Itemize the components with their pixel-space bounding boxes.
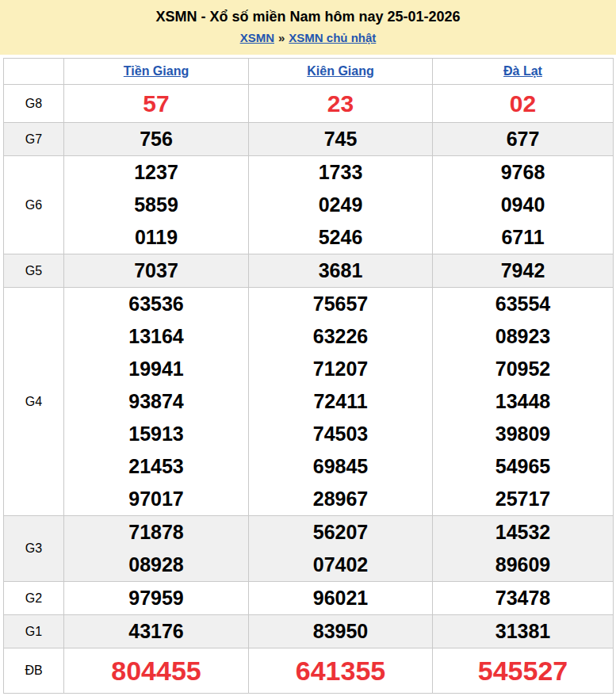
result-number: 69845 bbox=[249, 450, 432, 483]
result-cell: 7942 bbox=[433, 254, 614, 288]
result-number: 71207 bbox=[249, 353, 432, 385]
result-cell: 63536 13164 19941 93874 15913 21453 9701… bbox=[64, 288, 249, 516]
result-number: 15913 bbox=[64, 418, 248, 450]
breadcrumb-separator: » bbox=[278, 31, 285, 44]
result-number: 13448 bbox=[433, 385, 613, 418]
result-cell: 14532 89609 bbox=[433, 516, 614, 582]
province-link-tien-giang[interactable]: Tiền Giang bbox=[124, 64, 189, 78]
result-cell: 56207 07402 bbox=[249, 516, 433, 582]
table-row-g1: G1 43176 83950 31381 bbox=[4, 615, 614, 648]
result-number: 57 bbox=[64, 85, 248, 122]
result-number: 6711 bbox=[433, 221, 613, 254]
result-number: 7037 bbox=[64, 254, 248, 287]
result-number: 72411 bbox=[249, 385, 432, 418]
result-number: 08923 bbox=[433, 320, 613, 353]
result-number: 745 bbox=[249, 123, 432, 155]
province-link-kien-giang[interactable]: Kiên Giang bbox=[307, 64, 373, 78]
result-number: 13164 bbox=[64, 320, 248, 353]
result-number: 25717 bbox=[433, 483, 613, 515]
result-number: 0940 bbox=[433, 189, 613, 221]
result-number: 756 bbox=[64, 123, 248, 155]
table-row-g3: G3 71878 08928 56207 07402 14532 89609 bbox=[4, 516, 614, 582]
result-cell: 97959 bbox=[64, 582, 249, 615]
result-number: 07402 bbox=[249, 549, 432, 581]
result-number: 0249 bbox=[249, 189, 432, 221]
result-cell: 545527 bbox=[433, 648, 614, 694]
result-cell: 804455 bbox=[64, 648, 249, 694]
result-number: 23 bbox=[249, 85, 432, 122]
column-header-da-lat: Đà Lạt bbox=[433, 59, 614, 85]
result-cell: 73478 bbox=[433, 582, 614, 615]
result-cell: 23 bbox=[249, 85, 433, 123]
table-row-g2: G2 97959 96021 73478 bbox=[4, 582, 614, 615]
column-header-tien-giang: Tiền Giang bbox=[64, 59, 249, 85]
result-cell: 96021 bbox=[249, 582, 433, 615]
result-number: 5246 bbox=[249, 221, 432, 254]
result-number: 19941 bbox=[64, 353, 248, 385]
table-row-db: ĐB 804455 641355 545527 bbox=[4, 648, 614, 694]
result-number: 93874 bbox=[64, 385, 248, 418]
province-link-da-lat[interactable]: Đà Lạt bbox=[503, 64, 542, 78]
table-row-g8: G8 57 23 02 bbox=[4, 85, 614, 123]
result-cell: 1237 5859 0119 bbox=[64, 156, 249, 254]
result-number: 97017 bbox=[64, 483, 248, 515]
result-number: 54965 bbox=[433, 450, 613, 483]
result-cell: 677 bbox=[433, 123, 614, 156]
result-number: 71878 bbox=[64, 516, 248, 549]
results-table: Tiền Giang Kiên Giang Đà Lạt G8 57 23 02… bbox=[3, 58, 614, 694]
result-cell: 83950 bbox=[249, 615, 433, 648]
page-title: XSMN - Xổ số miền Nam hôm nay 25-01-2026 bbox=[0, 9, 616, 25]
result-number: 28967 bbox=[249, 483, 432, 515]
result-number: 7942 bbox=[433, 254, 613, 287]
result-cell: 63554 08923 70952 13448 39809 54965 2571… bbox=[433, 288, 614, 516]
result-number: 1237 bbox=[64, 156, 248, 189]
breadcrumb: XSMN»XSMN chủ nhật bbox=[0, 31, 616, 44]
table-header-row: Tiền Giang Kiên Giang Đà Lạt bbox=[4, 59, 614, 85]
result-cell: 745 bbox=[249, 123, 433, 156]
table-row-g6: G6 1237 5859 0119 1733 0249 5246 9768 09… bbox=[4, 156, 614, 254]
prize-label-g1: G1 bbox=[4, 615, 64, 648]
result-number: 677 bbox=[433, 123, 613, 155]
prize-label-g8: G8 bbox=[4, 85, 64, 123]
result-cell: 7037 bbox=[64, 254, 249, 288]
prize-label-g3: G3 bbox=[4, 516, 64, 582]
result-number: 96021 bbox=[249, 582, 432, 614]
result-number: 97959 bbox=[64, 582, 248, 614]
result-number: 0119 bbox=[64, 221, 248, 254]
result-number: 804455 bbox=[64, 648, 248, 693]
result-number: 83950 bbox=[249, 615, 432, 648]
prize-label-g7: G7 bbox=[4, 123, 64, 156]
result-number: 9768 bbox=[433, 156, 613, 189]
result-cell: 9768 0940 6711 bbox=[433, 156, 614, 254]
result-number: 63226 bbox=[249, 320, 432, 353]
result-number: 545527 bbox=[433, 648, 613, 693]
result-number: 31381 bbox=[433, 615, 613, 648]
result-number: 641355 bbox=[249, 648, 432, 693]
prize-label-g6: G6 bbox=[4, 156, 64, 254]
result-number: 43176 bbox=[64, 615, 248, 648]
result-number: 73478 bbox=[433, 582, 613, 614]
table-row-g5: G5 7037 3681 7942 bbox=[4, 254, 614, 288]
breadcrumb-link-xsmn-chu-nhat[interactable]: XSMN chủ nhật bbox=[289, 31, 376, 44]
prize-label-db: ĐB bbox=[4, 648, 64, 694]
result-number: 1733 bbox=[249, 156, 432, 189]
page-header: XSMN - Xổ số miền Nam hôm nay 25-01-2026… bbox=[0, 0, 616, 55]
result-cell: 31381 bbox=[433, 615, 614, 648]
result-cell: 756 bbox=[64, 123, 249, 156]
prize-label-g5: G5 bbox=[4, 254, 64, 288]
table-row-g7: G7 756 745 677 bbox=[4, 123, 614, 156]
result-cell: 71878 08928 bbox=[64, 516, 249, 582]
result-number: 02 bbox=[433, 85, 613, 122]
result-number: 3681 bbox=[249, 254, 432, 287]
result-number: 63536 bbox=[64, 288, 248, 320]
breadcrumb-link-xsmn[interactable]: XSMN bbox=[240, 31, 274, 44]
result-cell: 3681 bbox=[249, 254, 433, 288]
result-number: 56207 bbox=[249, 516, 432, 549]
result-number: 39809 bbox=[433, 418, 613, 450]
result-number: 14532 bbox=[433, 516, 613, 549]
result-number: 70952 bbox=[433, 353, 613, 385]
result-number: 74503 bbox=[249, 418, 432, 450]
prize-label-g2: G2 bbox=[4, 582, 64, 615]
result-number: 21453 bbox=[64, 450, 248, 483]
corner-cell bbox=[4, 59, 64, 85]
